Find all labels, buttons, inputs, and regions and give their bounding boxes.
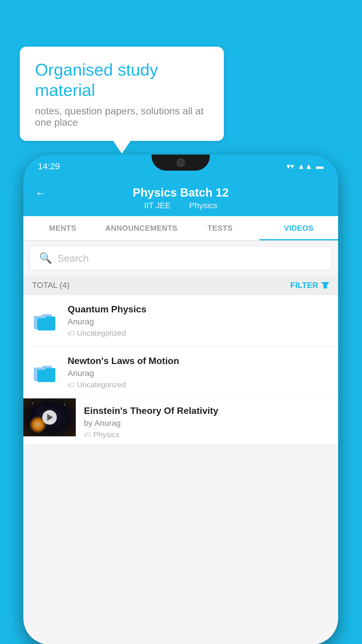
search-placeholder: Search bbox=[57, 253, 89, 264]
search-container: 🔍 Search bbox=[23, 241, 338, 275]
play-icon bbox=[47, 414, 53, 421]
app-header: ← Physics Batch 12 IIT JEE Physics bbox=[23, 178, 338, 216]
tag-icon-2: 🏷 bbox=[68, 381, 75, 389]
video-author-2: Anurag bbox=[68, 369, 331, 378]
video-info-3: Einstein's Theory Of Relativity by Anura… bbox=[84, 398, 331, 444]
folder-icon-2 bbox=[30, 359, 59, 386]
filter-total-count: TOTAL (4) bbox=[32, 281, 70, 290]
back-button[interactable]: ← bbox=[35, 187, 47, 200]
list-item[interactable]: Einstein's Theory Of Relativity by Anura… bbox=[23, 398, 338, 444]
tag-label-3: Physics bbox=[93, 430, 120, 439]
folder-icon-1 bbox=[30, 308, 59, 334]
filter-icon bbox=[321, 282, 329, 288]
video-author-1: Anurag bbox=[68, 317, 331, 326]
header-title: Physics Batch 12 bbox=[133, 186, 229, 199]
video-info-2: Newton's Laws of Motion Anurag 🏷 Uncateg… bbox=[68, 356, 331, 389]
subtitle-physics: Physics bbox=[189, 201, 217, 210]
header-subtitle: IIT JEE Physics bbox=[141, 201, 220, 210]
list-item[interactable]: Quantum Physics Anurag 🏷 Uncategorized bbox=[23, 295, 338, 347]
search-icon: 🔍 bbox=[39, 252, 52, 264]
signal-icon: ▲▲ bbox=[298, 162, 312, 171]
svg-marker-0 bbox=[321, 282, 329, 288]
tab-tests[interactable]: TESTS bbox=[181, 216, 259, 240]
status-bar: 14:29 ▾▾ ▲▲ ▬ bbox=[23, 155, 338, 178]
svg-rect-2 bbox=[37, 318, 55, 330]
tabs-bar: MENTS ANNOUNCEMENTS TESTS VIDEOS bbox=[23, 216, 338, 241]
play-button[interactable] bbox=[42, 410, 57, 425]
subtitle-sep bbox=[179, 201, 184, 210]
video-title-2: Newton's Laws of Motion bbox=[68, 356, 331, 366]
video-tag-1: 🏷 Uncategorized bbox=[68, 329, 331, 338]
speech-bubble: Organised study material notes, question… bbox=[20, 47, 224, 141]
filter-button[interactable]: FILTER bbox=[290, 281, 329, 290]
speech-bubble-title: Organised study material bbox=[35, 60, 209, 100]
video-tag-2: 🏷 Uncategorized bbox=[68, 380, 331, 389]
notch-camera bbox=[177, 159, 185, 167]
tab-videos[interactable]: VIDEOS bbox=[259, 216, 338, 240]
filter-bar: TOTAL (4) FILTER bbox=[23, 275, 338, 295]
tag-icon-1: 🏷 bbox=[68, 329, 75, 337]
video-title-1: Quantum Physics bbox=[68, 304, 331, 315]
status-icons: ▾▾ ▲▲ ▬ bbox=[287, 162, 324, 171]
video-thumbnail-3 bbox=[23, 398, 76, 436]
tag-icon-3: 🏷 bbox=[84, 431, 91, 439]
status-time: 14:29 bbox=[38, 161, 60, 171]
tab-ments[interactable]: MENTS bbox=[23, 216, 102, 240]
search-box[interactable]: 🔍 Search bbox=[30, 247, 331, 270]
speech-bubble-subtitle: notes, question papers, solutions all at… bbox=[35, 105, 209, 128]
svg-rect-4 bbox=[37, 370, 55, 382]
tag-label-1: Uncategorized bbox=[77, 329, 126, 338]
video-title-3: Einstein's Theory Of Relativity bbox=[84, 405, 324, 416]
wifi-icon: ▾▾ bbox=[287, 162, 294, 171]
video-tag-3: 🏷 Physics bbox=[84, 430, 324, 439]
video-author-3: by Anurag bbox=[84, 419, 324, 428]
video-info-1: Quantum Physics Anurag 🏷 Uncategorized bbox=[68, 304, 331, 338]
list-item[interactable]: Newton's Laws of Motion Anurag 🏷 Uncateg… bbox=[23, 347, 338, 398]
tag-label-2: Uncategorized bbox=[77, 380, 126, 389]
phone-frame: 14:29 ▾▾ ▲▲ ▬ ← Physics Batch 12 IIT JEE… bbox=[23, 155, 338, 644]
video-list: Quantum Physics Anurag 🏷 Uncategorized bbox=[23, 295, 338, 444]
battery-icon: ▬ bbox=[316, 162, 324, 171]
subtitle-iitjee: IIT JEE bbox=[144, 201, 171, 210]
phone-notch bbox=[152, 155, 210, 171]
filter-label: FILTER bbox=[290, 281, 318, 290]
phone-screen: ← Physics Batch 12 IIT JEE Physics MENTS… bbox=[23, 178, 338, 644]
tab-announcements[interactable]: ANNOUNCEMENTS bbox=[102, 216, 181, 240]
